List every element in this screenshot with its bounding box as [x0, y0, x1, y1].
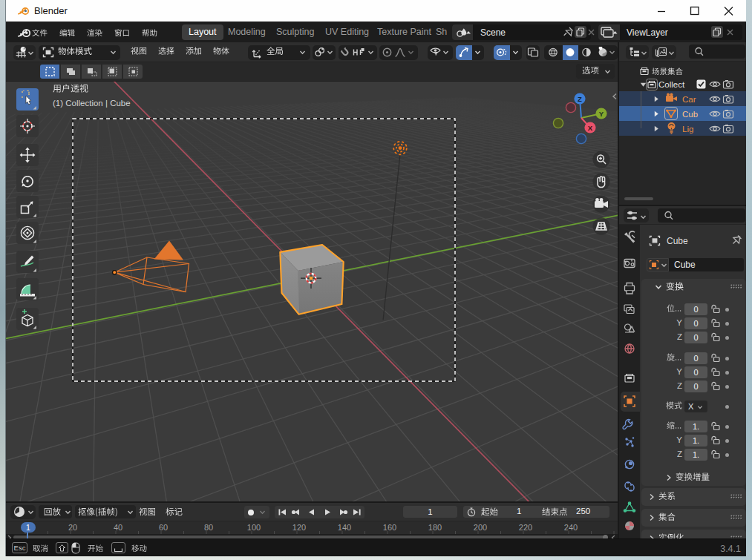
- svg-text:Z: Z: [578, 95, 582, 103]
- svg-text:X: X: [588, 124, 593, 132]
- svg-text:Y: Y: [599, 110, 604, 118]
